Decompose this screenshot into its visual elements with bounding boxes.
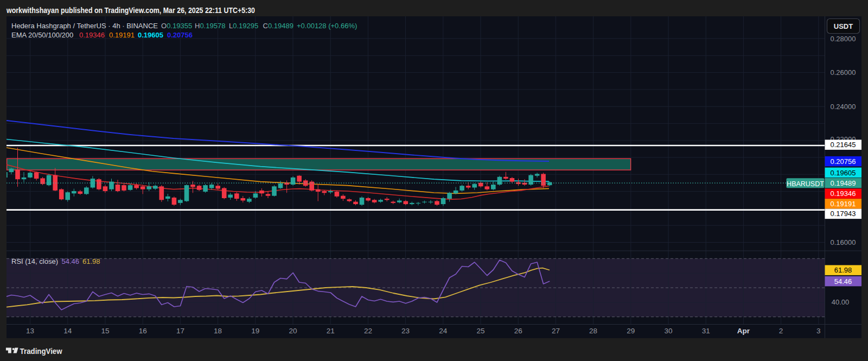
svg-text:H0.19578: H0.19578 [195, 22, 225, 30]
svg-text:30: 30 [664, 327, 672, 335]
svg-text:EMA 20/50/100/200: EMA 20/50/100/200 [11, 31, 73, 39]
svg-text:0.28000: 0.28000 [831, 35, 856, 43]
svg-text:0.17943: 0.17943 [831, 210, 856, 218]
svg-text:0.24000: 0.24000 [831, 103, 856, 111]
svg-text:29: 29 [627, 327, 635, 335]
svg-text:0.20756: 0.20756 [831, 157, 856, 166]
svg-text:31: 31 [702, 327, 710, 335]
svg-text:21: 21 [327, 327, 335, 335]
svg-text:61.98: 61.98 [82, 257, 100, 265]
svg-text:L0.19295: L0.19295 [229, 22, 258, 30]
svg-text:0.19489: 0.19489 [831, 179, 856, 187]
svg-text:C0.19489: C0.19489 [263, 22, 293, 30]
svg-text:0.19346: 0.19346 [79, 31, 105, 39]
svg-text:0.20756: 0.20756 [167, 31, 193, 39]
svg-text:40.00: 40.00 [832, 298, 850, 306]
svg-text:27: 27 [552, 327, 560, 335]
svg-text:15: 15 [101, 327, 109, 335]
svg-text:HBARUSDT: HBARUSDT [787, 180, 824, 188]
svg-text:Hedera Hashgraph / TetherUS ·: Hedera Hashgraph / TetherUS · 4h · BINAN… [11, 22, 158, 30]
svg-text:O0.19355: O0.19355 [161, 22, 192, 30]
svg-text:2: 2 [779, 327, 783, 335]
svg-text:0.21645: 0.21645 [831, 141, 856, 149]
svg-text:23: 23 [401, 327, 410, 335]
svg-text:3: 3 [816, 327, 821, 335]
svg-text:17: 17 [176, 327, 184, 335]
svg-text:24: 24 [439, 327, 448, 335]
svg-text:0.19605: 0.19605 [831, 169, 856, 177]
svg-text:+0.00128 (+0.66%): +0.00128 (+0.66%) [297, 22, 357, 30]
svg-text:25: 25 [476, 327, 484, 335]
svg-text:14: 14 [63, 327, 72, 335]
svg-text:26: 26 [514, 327, 522, 335]
svg-text:TradingView: TradingView [20, 346, 63, 356]
svg-text:USDT: USDT [834, 22, 853, 30]
svg-text:22: 22 [364, 327, 372, 335]
svg-text:13: 13 [26, 327, 34, 335]
svg-text:28: 28 [589, 327, 597, 335]
svg-text:20: 20 [289, 327, 297, 335]
svg-text:19: 19 [251, 327, 259, 335]
svg-text:0.19191: 0.19191 [109, 31, 135, 39]
svg-text:RSI (14, close): RSI (14, close) [11, 257, 58, 265]
svg-text:0.19191: 0.19191 [831, 200, 856, 208]
svg-text:16: 16 [139, 327, 147, 335]
svg-text:Apr: Apr [737, 327, 750, 335]
svg-text:0.19605: 0.19605 [138, 31, 163, 39]
svg-text:workwithshayan published on Tr: workwithshayan published on TradingView.… [6, 6, 255, 15]
svg-text:61.98: 61.98 [834, 266, 852, 274]
svg-text:0.19346: 0.19346 [831, 189, 856, 198]
svg-text:0.16000: 0.16000 [831, 238, 856, 246]
svg-text:0.26000: 0.26000 [831, 68, 856, 77]
svg-text:54.46: 54.46 [62, 257, 80, 265]
svg-text:18: 18 [214, 327, 222, 335]
svg-text:54.46: 54.46 [834, 277, 852, 286]
